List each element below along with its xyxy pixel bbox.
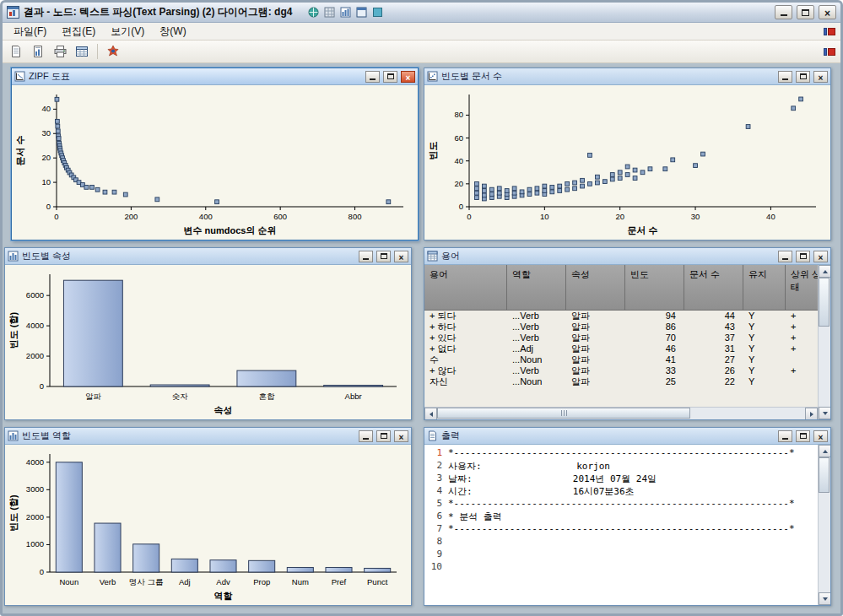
menu-item[interactable]: 보기(V)	[103, 23, 152, 41]
maximize-button[interactable]	[797, 5, 814, 19]
close-button[interactable]	[813, 430, 828, 442]
svg-text:속성: 속성	[214, 405, 233, 415]
freq-docs-scatter-plot: 020406080010203040문서 수빈도	[425, 86, 829, 239]
table-cell: Y	[743, 311, 786, 322]
new-document-button[interactable]	[6, 42, 26, 61]
maximize-button[interactable]	[796, 251, 810, 262]
column-header[interactable]: 유지	[743, 265, 786, 311]
close-button[interactable]	[394, 251, 408, 262]
table-row[interactable]: + 하다...Verb알파8643Y+	[424, 322, 818, 332]
table-cell: 알파	[566, 365, 625, 376]
scroll-down-button[interactable]	[819, 592, 830, 605]
freq-docs-titlebar[interactable]: 빈도별 문서 수	[424, 68, 830, 85]
vertical-scrollbar[interactable]	[818, 445, 830, 605]
freq-attr-bar-chart: 0200040006000알파숫자혼합Abbr속성빈도 (합)	[6, 266, 410, 419]
mini-globe-icon	[308, 7, 319, 18]
freq-role-titlebar[interactable]: 빈도별 역할	[5, 428, 411, 445]
table-cell: 44	[684, 311, 743, 322]
menu-item[interactable]: 파일(F)	[6, 23, 54, 41]
window-title: 빈도별 역할	[22, 430, 355, 442]
table-view-button[interactable]	[72, 42, 92, 61]
table-cell: ...Verb	[507, 332, 566, 343]
table-row[interactable]: + 않다...Verb알파3326Y+	[424, 365, 818, 376]
scrollbar-thumb[interactable]	[437, 408, 690, 419]
app-icon	[7, 6, 19, 19]
line-text: *---------------------------------------…	[448, 523, 795, 536]
svg-text:800: 800	[349, 212, 362, 221]
line-number: 1	[424, 447, 448, 460]
output-line: 10	[424, 561, 818, 574]
svg-text:0: 0	[54, 212, 58, 221]
menu-item[interactable]: 편집(E)	[54, 23, 103, 41]
close-button[interactable]	[401, 71, 415, 83]
table-cell: +	[786, 322, 818, 332]
window-freq-by-role: 빈도별 역할 01000200030004000NounVerb명사 그룹Adj…	[4, 427, 412, 606]
report-page-icon	[31, 45, 45, 58]
table-row[interactable]: + 있다...Verb알파7037Y+	[424, 332, 818, 343]
zipf-titlebar[interactable]: ZIPF 도표	[12, 68, 418, 85]
line-number: 3	[424, 473, 448, 485]
minimize-button[interactable]	[359, 430, 373, 442]
column-header[interactable]: 속성	[566, 265, 625, 311]
print-button[interactable]	[50, 42, 70, 61]
scroll-down-button[interactable]	[819, 407, 830, 419]
minimize-button[interactable]	[778, 71, 792, 83]
menu-item[interactable]: 창(W)	[152, 23, 193, 41]
close-button[interactable]	[813, 71, 828, 83]
run-button[interactable]	[103, 42, 123, 61]
scroll-left-button[interactable]	[424, 408, 437, 419]
minimize-button[interactable]	[359, 251, 373, 262]
column-header[interactable]: 상위 상태	[786, 265, 818, 311]
column-header[interactable]: 문서 수	[684, 265, 743, 311]
maximize-button[interactable]	[796, 430, 810, 442]
maximize-button[interactable]	[376, 430, 391, 442]
window-title: 빈도별 속성	[22, 250, 355, 262]
scrollbar-track[interactable]	[437, 408, 805, 419]
freq-attr-titlebar[interactable]: 빈도별 속성	[5, 248, 411, 265]
close-button[interactable]	[819, 5, 836, 19]
maximize-button[interactable]	[383, 71, 397, 83]
svg-text:4000: 4000	[26, 321, 44, 330]
scrollbar-thumb[interactable]	[819, 278, 829, 327]
report-button[interactable]	[28, 42, 48, 61]
table-row[interactable]: + 없다...Adj알파4631Y+	[424, 343, 818, 354]
table-row[interactable]: + 되다...Verb알파9444Y+	[424, 311, 818, 322]
minimize-button[interactable]	[778, 251, 792, 262]
terms-titlebar[interactable]: 용어	[424, 248, 830, 265]
vertical-scrollbar[interactable]	[818, 265, 830, 419]
table-cell: 37	[684, 332, 743, 343]
window-title: ZIPF 도표	[29, 70, 362, 83]
line-number: 10	[424, 561, 448, 574]
scroll-up-button[interactable]	[819, 265, 830, 278]
table-row[interactable]: 수...Noun알파4127Y	[424, 354, 818, 365]
column-header[interactable]: 용어	[424, 265, 507, 311]
minimize-button[interactable]	[365, 71, 380, 83]
minimize-button[interactable]	[778, 430, 792, 442]
scroll-up-button[interactable]	[819, 445, 830, 457]
minimize-button[interactable]	[775, 5, 792, 19]
maximize-button[interactable]	[376, 251, 391, 262]
svg-text:3000: 3000	[26, 484, 44, 494]
horizontal-scrollbar[interactable]	[424, 407, 818, 419]
svg-text:30: 30	[41, 128, 51, 138]
column-header[interactable]: 빈도	[625, 265, 684, 311]
output-line: 6* 분석 출력	[424, 511, 818, 523]
column-header[interactable]: 역할	[507, 265, 566, 311]
table-cell: 86	[625, 322, 684, 332]
toolbar-edge-marker[interactable]	[824, 48, 835, 56]
close-button[interactable]	[813, 251, 828, 262]
svg-text:30: 30	[691, 212, 700, 221]
scrollbar-track[interactable]	[819, 278, 830, 407]
bar-chart-icon	[8, 430, 19, 441]
scrollbar-track[interactable]	[819, 457, 830, 592]
output-titlebar[interactable]: 출력	[424, 428, 830, 445]
main-titlebar[interactable]: 결과 - 노드: 텍스트 파싱(Text Parsing) (2) 다이어그램:…	[3, 3, 840, 23]
maximize-button[interactable]	[796, 71, 810, 83]
close-button[interactable]	[394, 430, 408, 442]
menubar-edge-marker[interactable]	[824, 28, 835, 35]
table-row[interactable]: 자신...Noun알파2522Y	[424, 376, 818, 387]
scroll-right-button[interactable]	[805, 408, 818, 419]
scrollbar-thumb[interactable]	[819, 457, 829, 493]
table-cell: ...Verb	[507, 322, 566, 332]
line-number: 9	[424, 548, 448, 561]
